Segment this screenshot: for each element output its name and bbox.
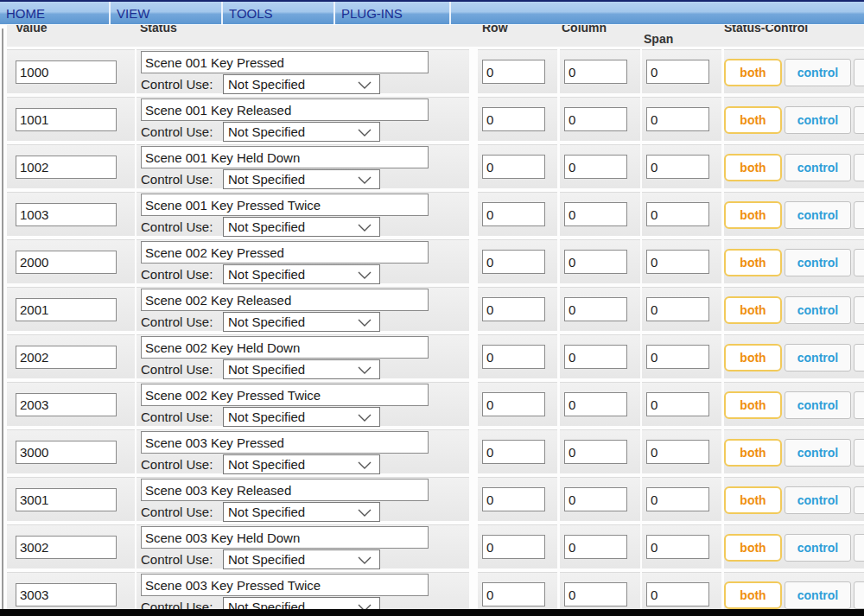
status-input[interactable] — [141, 431, 429, 454]
status-input[interactable] — [141, 194, 429, 216]
span-input[interactable] — [646, 535, 709, 559]
row-input[interactable] — [482, 440, 545, 464]
status-input[interactable] — [141, 526, 429, 549]
span-input[interactable] — [646, 202, 709, 226]
value-input[interactable] — [16, 251, 117, 274]
both-button[interactable]: both — [724, 486, 782, 514]
control-button[interactable]: control — [785, 344, 851, 372]
column-input[interactable] — [564, 60, 627, 84]
row-input[interactable] — [482, 345, 545, 369]
control-button[interactable]: control — [785, 296, 851, 324]
span-input[interactable] — [646, 155, 709, 179]
row-input[interactable] — [482, 202, 545, 226]
both-button[interactable]: both — [724, 106, 782, 134]
menu-tab-home[interactable]: HOME — [0, 2, 111, 24]
column-input[interactable] — [564, 202, 627, 226]
both-button[interactable]: both — [724, 296, 782, 324]
column-input[interactable] — [564, 440, 627, 464]
value-input[interactable] — [16, 298, 117, 321]
column-input[interactable] — [564, 250, 627, 274]
clipped-edge-button[interactable] — [854, 59, 864, 86]
clipped-edge-button[interactable] — [854, 106, 864, 134]
row-input[interactable] — [482, 535, 545, 559]
control-use-select[interactable]: Not Specified — [223, 454, 380, 474]
control-use-select[interactable]: Not Specified — [223, 74, 380, 94]
status-input[interactable] — [141, 146, 429, 168]
row-input[interactable] — [482, 60, 545, 84]
control-button[interactable]: control — [785, 439, 851, 467]
control-button[interactable]: control — [785, 154, 851, 181]
row-input[interactable] — [482, 487, 545, 511]
value-input[interactable] — [16, 536, 117, 559]
menu-tab-tools[interactable]: TOOLS — [223, 2, 335, 24]
value-input[interactable] — [16, 346, 117, 369]
control-button[interactable]: control — [785, 581, 851, 609]
value-input[interactable] — [16, 60, 117, 84]
span-input[interactable] — [646, 297, 709, 321]
status-input[interactable] — [141, 574, 429, 596]
status-input[interactable] — [141, 241, 429, 264]
value-input[interactable] — [16, 583, 117, 606]
control-button[interactable]: control — [785, 486, 851, 514]
control-button[interactable]: control — [785, 534, 851, 562]
both-button[interactable]: both — [724, 249, 782, 276]
both-button[interactable]: both — [724, 201, 782, 229]
both-button[interactable]: both — [724, 344, 782, 372]
both-button[interactable]: both — [724, 391, 782, 419]
column-input[interactable] — [564, 535, 627, 559]
clipped-edge-button[interactable] — [854, 534, 864, 562]
control-button[interactable]: control — [785, 59, 851, 86]
control-use-select[interactable]: Not Specified — [223, 312, 380, 332]
status-input[interactable] — [141, 479, 429, 501]
clipped-edge-button[interactable] — [854, 154, 864, 181]
status-input[interactable] — [141, 384, 429, 406]
value-input[interactable] — [16, 156, 117, 179]
both-button[interactable]: both — [724, 534, 782, 562]
row-input[interactable] — [482, 392, 545, 416]
control-use-select[interactable]: Not Specified — [223, 549, 380, 569]
menu-tab-view[interactable]: VIEW — [111, 2, 223, 24]
value-input[interactable] — [16, 488, 117, 511]
column-input[interactable] — [564, 487, 627, 511]
clipped-edge-button[interactable] — [854, 486, 864, 514]
column-input[interactable] — [564, 155, 627, 179]
both-button[interactable]: both — [724, 581, 782, 609]
control-use-select[interactable]: Not Specified — [223, 359, 380, 379]
control-button[interactable]: control — [785, 201, 851, 229]
column-input[interactable] — [564, 107, 627, 131]
value-input[interactable] — [16, 203, 117, 226]
control-use-select[interactable]: Not Specified — [223, 122, 380, 142]
value-input[interactable] — [16, 108, 117, 131]
control-use-select[interactable]: Not Specified — [223, 264, 380, 284]
both-button[interactable]: both — [724, 439, 782, 467]
control-use-select[interactable]: Not Specified — [223, 169, 380, 189]
column-input[interactable] — [564, 582, 627, 606]
status-input[interactable] — [141, 98, 429, 121]
control-button[interactable]: control — [785, 249, 851, 276]
clipped-edge-button[interactable] — [854, 201, 864, 229]
menu-tab-plugins[interactable]: PLUG-INS — [335, 2, 451, 24]
status-input[interactable] — [141, 289, 429, 311]
span-input[interactable] — [646, 487, 709, 511]
control-use-select[interactable]: Not Specified — [223, 217, 380, 237]
row-input[interactable] — [482, 107, 545, 131]
control-button[interactable]: control — [785, 391, 851, 419]
value-input[interactable] — [16, 393, 117, 416]
control-use-select[interactable]: Not Specified — [223, 407, 380, 427]
row-input[interactable] — [482, 155, 545, 179]
clipped-edge-button[interactable] — [854, 296, 864, 324]
status-input[interactable] — [141, 336, 429, 359]
column-input[interactable] — [564, 345, 627, 369]
column-input[interactable] — [564, 297, 627, 321]
clipped-edge-button[interactable] — [854, 439, 864, 467]
both-button[interactable]: both — [724, 59, 782, 86]
control-use-select[interactable]: Not Specified — [223, 502, 380, 522]
value-input[interactable] — [16, 441, 117, 464]
row-input[interactable] — [482, 250, 545, 274]
span-input[interactable] — [646, 440, 709, 464]
both-button[interactable]: both — [724, 154, 782, 181]
span-input[interactable] — [646, 392, 709, 416]
clipped-edge-button[interactable] — [854, 581, 864, 609]
clipped-edge-button[interactable] — [854, 344, 864, 372]
span-input[interactable] — [646, 60, 709, 84]
